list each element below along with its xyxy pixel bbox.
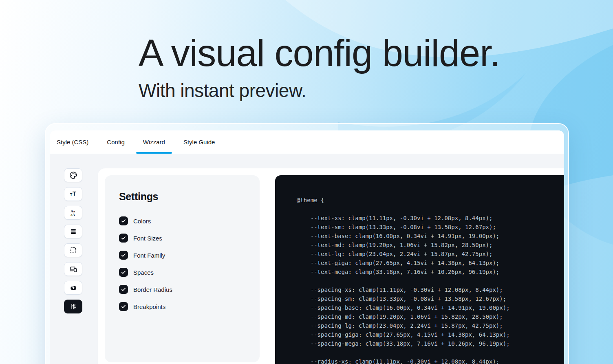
border-radius-checkbox[interactable] [119, 285, 128, 294]
check-icon [121, 218, 126, 224]
border-radius-tool-button[interactable] [64, 243, 82, 257]
option-label: Spaces [133, 269, 154, 276]
check-icon [121, 287, 126, 292]
svg-text:T: T [70, 192, 72, 196]
option-label: Font Sizes [133, 235, 162, 242]
devices-icon [69, 265, 77, 273]
palette-icon [69, 171, 77, 179]
check-icon [121, 235, 126, 241]
settings-card: Settings Colors Font Sizes Font Famil [105, 175, 260, 362]
app-window: Style (CSS) Config Wizzard Style Guide [45, 123, 569, 364]
tab-style-guide[interactable]: Style Guide [176, 130, 222, 154]
font-family-tool-button[interactable]: Aa aA [64, 206, 82, 220]
colors-checkbox[interactable] [119, 216, 128, 225]
check-icon [121, 252, 126, 258]
font-size-icon: T T [69, 190, 77, 198]
settings-title: Settings [119, 191, 245, 203]
option-label: Breakpoints [133, 303, 165, 310]
svg-text:T: T [72, 190, 76, 197]
tab-wizzard[interactable]: Wizzard [136, 130, 172, 154]
hero: A visual config builder. With instant pr… [139, 33, 500, 101]
breakpoints-checkbox[interactable] [119, 302, 128, 311]
spaces-tool-button[interactable] [64, 225, 82, 238]
tab-style-css[interactable]: Style (CSS) [50, 130, 95, 154]
cloud-upload-icon [69, 284, 77, 292]
option-colors[interactable]: Colors [119, 212, 245, 229]
font-size-tool-button[interactable]: T T [64, 187, 82, 201]
line-height-icon [69, 227, 77, 236]
svg-text:aA: aA [71, 213, 75, 217]
border-radius-icon [69, 246, 77, 254]
colors-tool-button[interactable] [64, 168, 82, 182]
option-spaces[interactable]: Spaces [119, 264, 245, 281]
option-breakpoints[interactable]: Breakpoints [119, 298, 245, 315]
page-subtitle: With instant preview. [139, 79, 500, 101]
option-label: Colors [133, 218, 151, 225]
option-font-family[interactable]: Font Family [119, 247, 245, 264]
sliders-icon [69, 302, 77, 311]
app-window-inner: Style (CSS) Config Wizzard Style Guide [50, 130, 564, 364]
settings-options: Colors Font Sizes Font Family Space [119, 212, 245, 315]
option-font-sizes[interactable]: Font Sizes [119, 229, 245, 247]
code-preview-panel: @theme { --text-xs: clamp(11.11px, -0.30… [275, 175, 564, 364]
check-icon [121, 304, 126, 309]
breakpoints-tool-button[interactable] [64, 262, 82, 276]
generated-css-code: @theme { --text-xs: clamp(11.11px, -0.30… [275, 175, 564, 364]
spaces-checkbox[interactable] [119, 268, 128, 277]
tab-config[interactable]: Config [100, 130, 131, 154]
content-panel: Settings Colors Font Sizes Font Famil [98, 168, 564, 364]
font-sizes-checkbox[interactable] [119, 234, 128, 243]
tool-rail: T T Aa aA [50, 168, 98, 364]
export-tool-button[interactable] [64, 281, 82, 295]
font-family-icon: Aa aA [69, 209, 77, 217]
page-title: A visual config builder. [139, 33, 500, 74]
font-family-checkbox[interactable] [119, 251, 128, 260]
option-label: Font Family [133, 252, 165, 259]
wizard-tool-button[interactable] [64, 300, 82, 313]
tab-bar: Style (CSS) Config Wizzard Style Guide [50, 130, 564, 154]
option-border-radius[interactable]: Border Radius [119, 281, 245, 298]
check-icon [121, 269, 126, 275]
option-label: Border Radius [133, 286, 172, 293]
app-body: T T Aa aA [50, 154, 564, 364]
